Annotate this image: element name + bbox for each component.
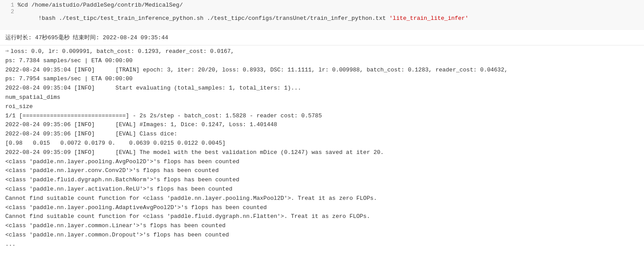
log-line: <class 'paddle.fluid.dygraph.nn.BatchNor… — [5, 176, 639, 185]
runtime-bar: 运行时长: 47秒695毫秒 结束时间: 2022-08-24 09:35:44 — [0, 30, 644, 45]
log-line-wrapper: ⇒loss: 0.0, lr: 0.009991, batch_cost: 0.… — [5, 47, 639, 56]
log-line: <class 'paddle.nn.layer.common.Linear'>'… — [5, 221, 639, 231]
log-line: [0.98 0.015 0.0072 0.0179 0. 0.0639 0.02… — [5, 139, 639, 148]
command-highlight: 'lite_train_lite_infer' — [389, 15, 468, 22]
log-line: <class 'paddle.nn.layer.common.Dropout'>… — [5, 231, 639, 240]
log-line: ps: 7.7954 samples/sec | ETA 00:00:00 — [5, 75, 639, 84]
log-line: Cannot find suitable count function for … — [5, 194, 639, 203]
log-line: roi_size — [5, 102, 639, 112]
command-line-2: 2 !bash ./test_tipc/test_train_inference… — [5, 8, 639, 28]
log-line: 2022-08-24 09:35:06 [INFO] [EVAL] Class … — [5, 130, 639, 139]
log-line: ... — [5, 240, 639, 249]
log-area: ⇒loss: 0.0, lr: 0.009991, batch_cost: 0.… — [0, 45, 644, 251]
command-text-2: !bash ./test_tipc/test_train_inference_p… — [18, 8, 468, 28]
log-line: Cannot find suitable count function for … — [5, 212, 639, 221]
log-line: 1/1 [==============================] - 2… — [5, 112, 639, 121]
arrow-icon: ⇒ — [5, 47, 9, 54]
log-line: 2022-08-24 09:35:04 [INFO] Start evaluat… — [5, 84, 639, 93]
log-line: <class 'paddle.nn.layer.pooling.AvgPool2… — [5, 157, 639, 167]
log-line: <class 'paddle.nn.layer.activation.ReLU'… — [5, 185, 639, 194]
command-section: 1 %cd /home/aistudio/PaddleSeg/contrib/M… — [0, 0, 644, 30]
runtime-label: 运行时长: 47秒695毫秒 结束时间: 2022-08-24 09:35:44 — [5, 34, 168, 41]
line-number-2: 2 — [5, 8, 14, 15]
command-line-1: 1 %cd /home/aistudio/PaddleSeg/contrib/M… — [5, 2, 639, 8]
log-line: ps: 7.7384 samples/sec | ETA 00:00:00 — [5, 56, 639, 66]
log-line: 2022-08-24 09:35:04 [INFO] [TRAIN] epoch… — [5, 66, 639, 75]
log-line: 2022-08-24 09:35:06 [INFO] [EVAL] #Image… — [5, 120, 639, 130]
log-line: 2022-08-24 09:35:09 [INFO] [EVAL] The mo… — [5, 148, 639, 157]
command-text-1: %cd /home/aistudio/PaddleSeg/contrib/Med… — [18, 2, 183, 8]
log-line: <class 'paddle.nn.layer.conv.Conv2D'>'s … — [5, 166, 639, 176]
log-line: num_spatial_dims — [5, 93, 639, 102]
log-line: <class 'paddle.nn.layer.pooling.Adaptive… — [5, 203, 639, 213]
command-main: !bash ./test_tipc/test_train_inference_p… — [38, 15, 389, 22]
line-number-1: 1 — [5, 2, 14, 8]
log-text: loss: 0.0, lr: 0.009991, batch_cost: 0.1… — [11, 47, 234, 56]
